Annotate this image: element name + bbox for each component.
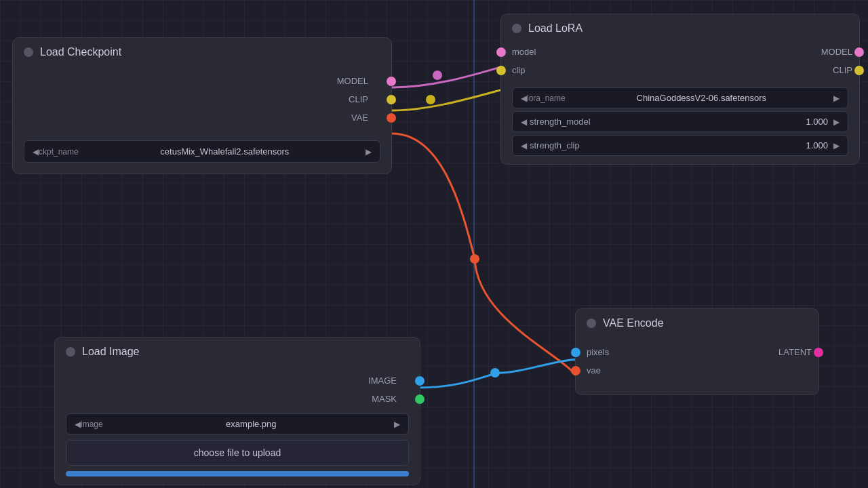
upload-button-label: choose file to upload [194,447,281,458]
strength-model-next[interactable]: ▶ [833,117,840,127]
vae-pixels-input-connector[interactable] [571,348,580,357]
vae-latent-output-connector[interactable] [814,348,823,357]
strength-clip-value: 1.000 [806,140,828,150]
lora-model-input-connector[interactable] [496,47,506,57]
checkpoint-model-label: MODEL [337,76,368,86]
vae-pixels-label: pixels [587,347,609,357]
strength-clip-row[interactable]: ◀ strength_clip 1.000 ▶ [512,135,848,156]
node-checkpoint-header: Load Checkpoint [13,38,391,66]
lora-name-value: ChinaGoddessV2-06.safetensors [570,93,833,103]
strength-model-row[interactable]: ◀ strength_model 1.000 ▶ [512,111,848,132]
checkpoint-model-output: MODEL [13,72,391,90]
ckpt-next-arrow[interactable]: ▶ [366,147,372,157]
lora-prev-arrow[interactable]: ◀ [521,94,527,103]
image-output-connector[interactable] [415,376,425,386]
strength-clip-label: strength_clip [530,140,580,150]
image-outputs-section: IMAGE MASK [55,366,420,411]
image-next-arrow[interactable]: ▶ [394,420,400,429]
image-prefix-label: image [81,420,103,429]
checkpoint-vae-connector[interactable] [387,113,396,123]
image-file-value: example.png [108,419,394,429]
node-checkpoint-outputs: MODEL CLIP VAE [13,66,391,135]
lora-clip-input-label: clip [512,65,526,75]
node-lora-header: Load LoRA [501,14,859,43]
vae-encode-header: VAE Encode [576,309,818,338]
strength-clip-next[interactable]: ▶ [833,141,840,150]
load-lora-node: Load LoRA model MODEL clip CLIP ◀ lora_n… [500,14,860,165]
checkpoint-clip-connector[interactable] [387,95,396,104]
strength-model-prev[interactable]: ◀ [521,117,527,127]
image-prev-arrow[interactable]: ◀ [75,420,81,429]
checkpoint-selector[interactable]: ◀ ckpt_name cetusMix_Whalefall2.safetens… [24,140,380,163]
strength-model-value: 1.000 [806,117,828,127]
lora-name-selector[interactable]: ◀ lora_name ChinaGoddessV2-06.safetensor… [512,87,848,108]
upload-button[interactable]: choose file to upload [66,440,409,466]
ckpt-prev-arrow[interactable]: ◀ [33,147,39,157]
vae-status-dot [587,319,596,328]
checkpoint-vae-output: VAE [13,108,391,127]
checkpoint-clip-output: CLIP [13,90,391,108]
strength-model-label: strength_model [530,117,591,127]
image-file-selector[interactable]: ◀ image example.png ▶ [66,413,409,434]
vae-inputs-section: pixels LATENT vae [576,338,818,394]
lora-status-dot [512,24,521,33]
checkpoint-vae-label: VAE [351,113,368,123]
ckpt-selector-value: cetusMix_Whalefall2.safetensors [84,146,366,157]
node-status-dot [24,47,33,57]
lora-prefix-label: lora_name [527,94,566,103]
strength-clip-prev[interactable]: ◀ [521,141,527,150]
vae-vae-input-connector[interactable] [571,366,580,375]
load-image-header: Load Image [55,338,420,366]
ckpt-selector-prefix: ckpt_name [39,147,79,157]
vertical-divider [473,0,475,488]
mask-output-connector[interactable] [415,394,425,404]
lora-model-output-connector[interactable] [854,47,864,57]
vae-latent-label: LATENT [778,347,812,357]
lora-clip-output-label: CLIP [833,65,852,75]
vae-encode-title: VAE Encode [603,317,664,329]
node-lora-title: Load LoRA [528,22,583,35]
lora-model-output-label: MODEL [821,47,852,57]
mask-output-label: MASK [372,394,397,404]
vae-encode-node: VAE Encode pixels LATENT vae [575,308,819,395]
lora-clip-input-connector[interactable] [496,66,506,75]
lora-clip-output-connector[interactable] [854,66,864,75]
load-image-node: Load Image IMAGE MASK ◀ image example.pn… [54,337,420,485]
lora-model-input-label: model [512,47,536,57]
node-checkpoint-title: Load Checkpoint [40,46,121,58]
image-status-dot [66,347,75,357]
load-checkpoint-node: Load Checkpoint MODEL CLIP VAE ◀ ckpt_na… [12,37,392,174]
checkpoint-clip-label: CLIP [349,94,368,104]
vae-vae-label: vae [587,365,601,375]
load-image-title: Load Image [82,346,140,358]
image-output-label: IMAGE [368,375,397,386]
checkpoint-model-connector[interactable] [387,77,396,86]
upload-progress-bar [66,471,409,476]
lora-next-arrow[interactable]: ▶ [833,94,840,103]
